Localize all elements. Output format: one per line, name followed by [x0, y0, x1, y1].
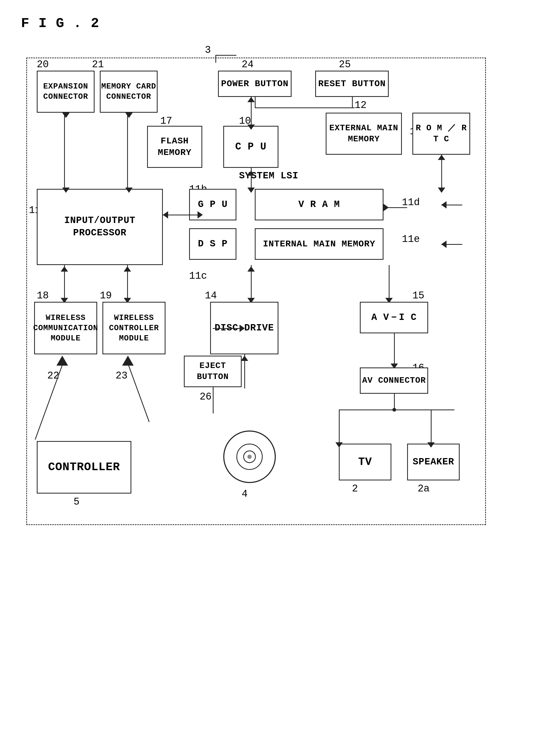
controller-block: CONTROLLER — [37, 441, 131, 493]
eject-button-block: EJECT BUTTON — [184, 355, 242, 387]
ref-18: 18 — [37, 290, 49, 301]
ref-24: 24 — [242, 59, 254, 70]
wireless-controller-module-block: WIRELESS CONTROLLER MODULE — [102, 302, 165, 354]
rom-rtc-block: R O M ／ R T C — [413, 113, 470, 155]
ref-5: 5 — [74, 496, 80, 507]
ref-17: 17 — [160, 115, 172, 127]
ref-3: 3 — [205, 44, 211, 56]
cpu-block: C P U — [223, 126, 278, 168]
ref-19: 19 — [100, 290, 112, 301]
speaker-block: SPEAKER — [407, 444, 460, 481]
ref-14: 14 — [205, 290, 217, 301]
external-main-memory-block: EXTERNAL MAIN MEMORY — [326, 113, 402, 155]
dsp-block: D S P — [189, 228, 236, 260]
ref-11c: 11c — [189, 270, 207, 282]
ref-15: 15 — [413, 290, 424, 301]
disc-dot — [247, 455, 252, 459]
ref-11e: 11e — [402, 233, 420, 245]
input-output-processor-block: INPUT/OUTPUT PROCESSOR — [37, 189, 163, 265]
figure-label: F I G . 2 — [21, 16, 539, 31]
ref-25: 25 — [339, 59, 351, 70]
expansion-connector-block: EXPANSION CONNECTOR — [37, 70, 95, 113]
diagram: 3 20 21 EXPANSION CONNECTOR MEMORY CARD … — [21, 42, 533, 738]
vram-block: V R A M — [255, 189, 383, 220]
power-button-block: POWER BUTTON — [218, 70, 292, 97]
memory-card-connector-block: MEMORY CARD CONNECTOR — [100, 70, 158, 113]
gpu-block: G P U — [189, 189, 236, 220]
reset-button-block: RESET BUTTON — [315, 70, 389, 97]
av-connector-block: AV CONNECTOR — [360, 367, 428, 394]
ref-21: 21 — [92, 59, 104, 70]
internal-main-memory-block: INTERNAL MAIN MEMORY — [255, 228, 383, 260]
ref-26: 26 — [200, 391, 212, 402]
ref-12: 12 — [355, 100, 367, 111]
ref-22: 22 — [47, 370, 59, 381]
junction-dot — [393, 408, 396, 412]
flash-memory-block: FLASH MEMORY — [147, 126, 202, 168]
av-ic-block: A V－I C — [360, 302, 428, 333]
ref-4: 4 — [242, 488, 248, 500]
ref-2a: 2a — [418, 483, 430, 494]
tv-block: TV — [339, 444, 392, 481]
ref-2: 2 — [352, 483, 358, 494]
ref-23: 23 — [116, 370, 128, 381]
wireless-communication-module-block: WIRELESS COMMUNICATION MODULE — [34, 302, 97, 354]
ref-11d: 11d — [402, 197, 420, 208]
ref-20: 20 — [37, 59, 49, 70]
